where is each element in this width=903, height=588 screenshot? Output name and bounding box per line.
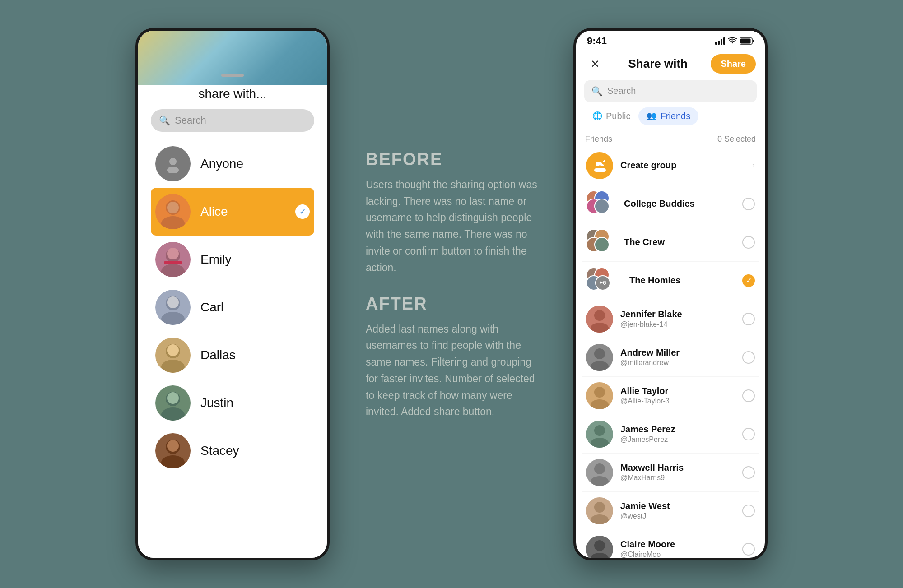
tab-public-label: Public: [606, 111, 630, 121]
contacts-scroll[interactable]: Create group › College Buddies: [576, 147, 765, 558]
name-maxwell-harris: Maxwell Harris: [620, 463, 735, 473]
group-college-buddies[interactable]: College Buddies: [582, 185, 759, 223]
contact-allie-taylor[interactable]: Allie Taylor @Allie-Taylor-3: [582, 377, 759, 415]
svg-point-42: [591, 438, 609, 448]
radio-the-crew[interactable]: [742, 236, 755, 249]
share-button[interactable]: Share: [711, 54, 756, 74]
group-name-college-buddies: College Buddies: [624, 199, 735, 209]
create-group-info: Create group: [620, 160, 745, 171]
search-placeholder: Search: [175, 115, 206, 126]
svg-point-4: [167, 202, 179, 213]
status-icons: [715, 37, 754, 45]
svg-point-14: [167, 344, 179, 356]
nav-title: Share with: [628, 57, 687, 71]
svg-point-45: [594, 502, 605, 513]
check-alice: ✓: [295, 204, 310, 219]
group-avatar-college-buddies: [586, 190, 617, 218]
tab-public[interactable]: 🌐 Public: [584, 107, 638, 125]
radio-college-buddies[interactable]: [742, 198, 755, 210]
map-preview: [138, 31, 327, 85]
contact-name-justin: Justin: [200, 396, 233, 410]
name-andrew-miller: Andrew Miller: [620, 347, 735, 358]
radio-the-homies[interactable]: ✓: [742, 274, 755, 287]
radio-jamie-west[interactable]: [742, 505, 755, 517]
avatar-alice: [155, 194, 191, 229]
contact-name-emily: Emily: [200, 252, 231, 267]
search-icon: 🔍: [159, 115, 170, 126]
contact-dallas[interactable]: Dallas: [151, 331, 314, 379]
svg-point-20: [167, 440, 179, 452]
name-allie-taylor: Allie Taylor: [620, 386, 735, 396]
group-the-crew[interactable]: The Crew: [582, 223, 759, 262]
avatar-dallas: [155, 338, 191, 373]
info-james-perez: James Perez @JamesPerez: [620, 424, 735, 444]
globe-icon: 🌐: [592, 111, 602, 121]
group-info-college-buddies: College Buddies: [624, 199, 735, 209]
info-jamie-west: Jamie West @westJ: [620, 501, 735, 520]
svg-point-35: [594, 310, 605, 321]
avatar-maxwell-harris: [586, 459, 613, 486]
svg-rect-24: [723, 37, 725, 45]
contact-jennifer-blake[interactable]: Jennifer Blake @jen-blake-14: [582, 300, 759, 338]
radio-claire-moore[interactable]: [742, 543, 755, 556]
contact-jamie-west[interactable]: Jamie West @westJ: [582, 492, 759, 530]
username-jamie-west: @westJ: [620, 512, 735, 520]
contact-maxwell-harris[interactable]: Maxwell Harris @MaxHarris9: [582, 454, 759, 492]
status-bar: 9:41: [576, 31, 765, 50]
contact-stacey[interactable]: Stacey: [151, 427, 314, 475]
svg-point-46: [591, 514, 609, 524]
person-icon: [164, 155, 182, 173]
friends-header: Friends 0 Selected: [576, 130, 765, 147]
contact-justin[interactable]: Justin: [151, 379, 314, 427]
after-heading: AFTER: [366, 294, 537, 314]
contact-james-perez[interactable]: James Perez @JamesPerez: [582, 415, 759, 454]
radio-james-perez[interactable]: [742, 428, 755, 440]
create-group-label: Create group: [620, 160, 745, 171]
svg-rect-26: [740, 38, 751, 43]
avatar-stacey: [155, 433, 191, 468]
avatar-emily: [155, 242, 191, 277]
username-allie-taylor: @Allie-Taylor-3: [620, 397, 735, 405]
contact-alice[interactable]: Alice ✓: [151, 188, 314, 236]
svg-rect-22: [718, 41, 720, 45]
radio-allie-taylor[interactable]: [742, 389, 755, 402]
svg-rect-23: [721, 39, 722, 45]
svg-point-16: [161, 407, 185, 421]
svg-point-7: [167, 248, 179, 259]
username-jennifer-blake: @jen-blake-14: [620, 320, 735, 329]
status-time: 9:41: [587, 35, 607, 47]
friends-icon: 👥: [647, 111, 656, 121]
wifi-icon: [728, 37, 737, 45]
avatar-jennifer-blake: [586, 306, 613, 333]
svg-point-36: [591, 323, 609, 333]
contact-claire-moore[interactable]: Claire Moore @ClaireMoo: [582, 530, 759, 558]
left-search-bar[interactable]: 🔍 Search: [151, 109, 314, 132]
contact-andrew-miller[interactable]: Andrew Miller @millerandrew: [582, 338, 759, 377]
left-phone: share with... 🔍 Search Anyone: [135, 28, 330, 560]
svg-rect-8: [164, 261, 182, 264]
close-button[interactable]: ✕: [585, 54, 605, 74]
right-search-bar[interactable]: 🔍 Search: [584, 80, 757, 102]
radio-jennifer-blake[interactable]: [742, 313, 755, 325]
group-info-the-crew: The Crew: [624, 237, 735, 247]
contact-emily[interactable]: Emily: [151, 236, 314, 283]
before-heading: BEFORE: [366, 150, 537, 169]
chevron-right-icon: ›: [752, 161, 755, 170]
tabs-row: 🌐 Public 👥 Friends: [576, 107, 765, 130]
radio-andrew-miller[interactable]: [742, 351, 755, 364]
group-name-the-crew: The Crew: [624, 237, 735, 247]
group-the-homies[interactable]: +6 The Homies ✓: [582, 262, 759, 300]
contact-name-carl: Carl: [200, 300, 223, 315]
svg-point-13: [161, 360, 185, 373]
svg-point-10: [161, 312, 185, 325]
svg-point-39: [594, 387, 605, 398]
signal-icon: [715, 37, 725, 45]
contact-carl[interactable]: Carl: [151, 283, 314, 331]
username-maxwell-harris: @MaxHarris9: [620, 474, 735, 482]
create-group-item[interactable]: Create group ›: [582, 147, 759, 185]
selected-count: 0 Selected: [717, 134, 756, 144]
tab-friends[interactable]: 👥 Friends: [638, 107, 698, 125]
svg-point-1: [167, 167, 179, 173]
contact-anyone[interactable]: Anyone: [151, 140, 314, 188]
radio-maxwell-harris[interactable]: [742, 466, 755, 479]
